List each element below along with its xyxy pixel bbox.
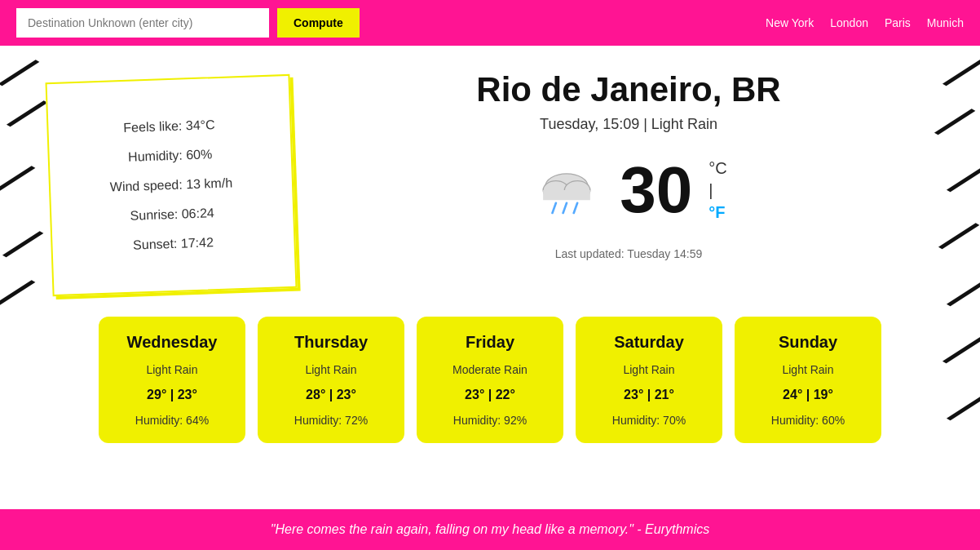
- compute-button[interactable]: Compute: [277, 8, 360, 38]
- svg-line-4: [553, 203, 556, 213]
- forecast-temps: 24° | 19°: [748, 388, 868, 402]
- sunrise: Sunrise: 06:24: [84, 204, 260, 225]
- forecast-temps: 23° | 21°: [589, 388, 709, 402]
- nav-link-paris[interactable]: Paris: [885, 16, 911, 29]
- current-weather: Rio de Janeiro, BR Tuesday, 15:09 | Ligh…: [326, 70, 931, 260]
- forecast-humidity: Humidity: 72%: [271, 414, 391, 427]
- forecast-humidity: Humidity: 92%: [430, 414, 550, 427]
- forecast-temps: 28° | 23°: [271, 388, 391, 402]
- forecast-humidity: Humidity: 64%: [112, 414, 232, 427]
- footer-quote: "Here comes the rain again, falling on m…: [0, 509, 980, 550]
- city-name: Rio de Janeiro, BR: [476, 70, 780, 109]
- forecast-humidity: Humidity: 60%: [748, 414, 868, 427]
- forecast-condition: Light Rain: [589, 363, 709, 376]
- forecast-day: Wednesday: [112, 333, 232, 352]
- forecast-day: Thursday: [271, 333, 391, 352]
- humidity-detail: Humidity: 60%: [82, 145, 258, 166]
- unit-celsius[interactable]: °C: [709, 159, 726, 178]
- forecast-condition: Light Rain: [748, 363, 868, 376]
- forecast-day: Sunday: [748, 333, 868, 352]
- nav-link-new-york[interactable]: New York: [766, 16, 814, 29]
- weather-details-box: Feels like: 34°C Humidity: 60% Wind spee…: [46, 74, 298, 296]
- date-condition: Tuesday, 15:09 | Light Rain: [540, 116, 717, 133]
- weather-icon: [530, 162, 603, 219]
- header-left: Compute: [16, 8, 360, 38]
- forecast-temps: 29° | 23°: [112, 388, 232, 402]
- last-updated: Last updated: Tuesday 14:59: [555, 247, 703, 260]
- forecast-condition: Light Rain: [112, 363, 232, 376]
- forecast-card: Sunday Light Rain 24° | 19° Humidity: 60…: [735, 317, 881, 443]
- forecast-condition: Moderate Rain: [430, 363, 550, 376]
- unit-fahrenheit[interactable]: °F: [709, 203, 726, 222]
- forecast-humidity: Humidity: 70%: [589, 414, 709, 427]
- wind-speed: Wind speed: 13 km/h: [83, 175, 259, 196]
- forecast-card: Saturday Light Rain 23° | 21° Humidity: …: [576, 317, 722, 443]
- nav-link-london[interactable]: London: [830, 16, 868, 29]
- unit-toggle: °C | °F: [709, 159, 726, 222]
- forecast-day: Friday: [430, 333, 550, 352]
- nav-link-munich[interactable]: Munich: [927, 16, 964, 29]
- quote-text: "Here comes the rain again, falling on m…: [271, 522, 709, 536]
- forecast-day: Saturday: [589, 333, 709, 352]
- temperature-display: 30 °C | °F: [530, 157, 726, 223]
- temperature-value: 30: [620, 157, 692, 223]
- unit-separator: |: [709, 181, 726, 200]
- forecast-card: Thursday Light Rain 28° | 23° Humidity: …: [258, 317, 404, 443]
- search-input[interactable]: [16, 8, 269, 38]
- forecast-section: Wednesday Light Rain 29° | 23° Humidity:…: [0, 308, 980, 459]
- main-section: Feels like: 34°C Humidity: 60% Wind spee…: [0, 46, 980, 308]
- sunset: Sunset: 17:42: [85, 233, 261, 255]
- svg-rect-3: [543, 190, 590, 200]
- forecast-card: Wednesday Light Rain 29° | 23° Humidity:…: [99, 317, 245, 443]
- forecast-card: Friday Moderate Rain 23° | 22° Humidity:…: [417, 317, 563, 443]
- feels-like: Feels like: 34°C: [81, 116, 257, 137]
- nav-links: New York London Paris Munich: [766, 16, 964, 29]
- header: Compute New York London Paris Munich: [0, 0, 980, 46]
- svg-line-5: [563, 203, 567, 213]
- forecast-condition: Light Rain: [271, 363, 391, 376]
- forecast-temps: 23° | 22°: [430, 388, 550, 402]
- svg-line-6: [574, 203, 577, 213]
